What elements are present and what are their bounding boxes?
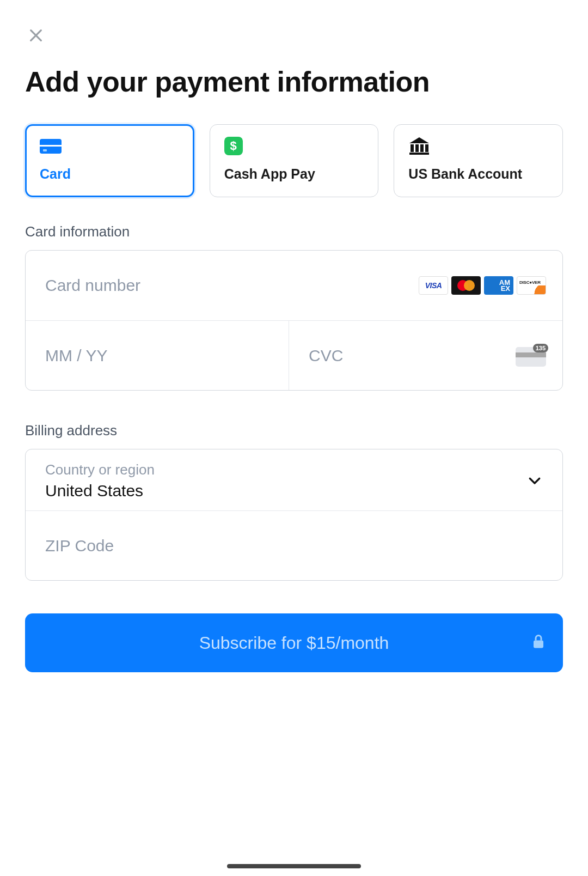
cvc-cell: 135 bbox=[289, 321, 562, 390]
home-indicator[interactable] bbox=[227, 864, 361, 868]
card-icon bbox=[40, 138, 63, 154]
svg-rect-5 bbox=[425, 144, 428, 152]
page-title: Add your payment information bbox=[25, 65, 563, 98]
visa-icon: VISA bbox=[419, 276, 448, 295]
zip-row bbox=[26, 510, 562, 580]
subscribe-button-label: Subscribe for $15/month bbox=[199, 633, 389, 653]
payment-screen: Add your payment information Card $ Cash… bbox=[0, 0, 588, 672]
expiry-cvc-row: 135 bbox=[26, 320, 562, 390]
svg-rect-7 bbox=[534, 641, 543, 648]
country-value: United States bbox=[45, 482, 526, 500]
billing-label: Billing address bbox=[25, 422, 563, 439]
card-brand-icons: VISA AMEX DISC●VER bbox=[419, 276, 546, 295]
lock-icon bbox=[532, 633, 544, 653]
country-select[interactable]: Country or region United States bbox=[26, 449, 562, 510]
country-label: Country or region bbox=[45, 461, 526, 478]
payment-method-bank[interactable]: US Bank Account bbox=[394, 124, 563, 197]
expiry-cell bbox=[26, 321, 289, 390]
card-info-group: VISA AMEX DISC●VER 135 bbox=[25, 250, 563, 391]
svg-rect-4 bbox=[420, 144, 424, 152]
subscribe-button[interactable]: Subscribe for $15/month bbox=[25, 613, 563, 672]
cvc-input[interactable] bbox=[309, 346, 516, 365]
close-button[interactable] bbox=[25, 25, 47, 46]
payment-method-bank-label: US Bank Account bbox=[408, 166, 548, 182]
card-info-label: Card information bbox=[25, 223, 563, 240]
close-icon bbox=[27, 27, 45, 44]
svg-rect-6 bbox=[409, 153, 429, 155]
payment-method-card-label: Card bbox=[40, 166, 180, 182]
payment-method-selector: Card $ Cash App Pay US Bank Account bbox=[25, 124, 563, 197]
mastercard-icon bbox=[451, 276, 481, 295]
cashapp-icon: $ bbox=[224, 138, 247, 154]
card-number-row: VISA AMEX DISC●VER bbox=[26, 251, 562, 320]
svg-rect-3 bbox=[415, 144, 419, 152]
discover-icon: DISC●VER bbox=[517, 276, 546, 295]
chevron-down-icon bbox=[526, 472, 543, 489]
amex-icon: AMEX bbox=[484, 276, 513, 295]
svg-rect-2 bbox=[411, 144, 414, 152]
cvc-hint-icon: 135 bbox=[516, 346, 546, 366]
payment-method-cashapp-label: Cash App Pay bbox=[224, 166, 364, 182]
expiry-input[interactable] bbox=[45, 346, 272, 365]
billing-group: Country or region United States bbox=[25, 449, 563, 581]
payment-method-cashapp[interactable]: $ Cash App Pay bbox=[210, 124, 379, 197]
zip-input[interactable] bbox=[45, 537, 543, 555]
card-number-input[interactable] bbox=[45, 276, 419, 295]
payment-method-card[interactable]: Card bbox=[25, 124, 194, 197]
bank-icon bbox=[408, 138, 431, 154]
